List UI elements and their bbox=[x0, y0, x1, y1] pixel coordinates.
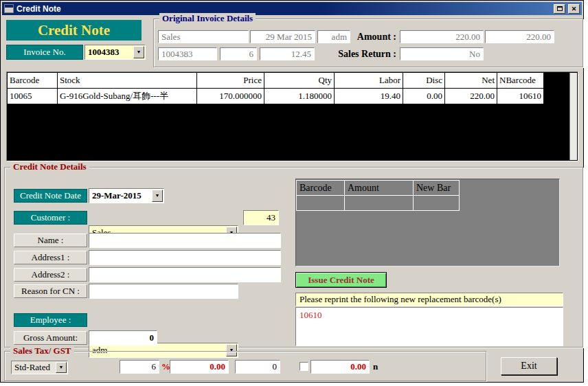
orig-qty-field: 6 bbox=[220, 47, 257, 60]
chevron-down-icon[interactable]: ▼ bbox=[56, 362, 67, 373]
new-barcode-value: 10610 bbox=[299, 310, 322, 320]
tax-type-combobox[interactable]: Std-Rated ▼ bbox=[11, 361, 68, 374]
items-grid-scrollbar[interactable] bbox=[569, 73, 577, 160]
customer-code-field[interactable]: 43 bbox=[243, 210, 279, 225]
replacement-grid-header-row: Barcode Amount New Bar bbox=[297, 180, 460, 196]
window-title: Credit Note bbox=[16, 4, 551, 14]
rep-cell-barcode[interactable] bbox=[296, 195, 345, 211]
credit-note-window: Credit Note ✕ Credit Note Invoice No. 10… bbox=[0, 0, 584, 383]
cell-qty[interactable]: 1.180000 bbox=[264, 89, 334, 104]
sales-return-label: Sales Return : bbox=[326, 47, 396, 60]
col-header-labor[interactable]: Labor bbox=[335, 73, 403, 88]
sales-tax-title: Sales Tax/ GST bbox=[10, 345, 74, 356]
issue-credit-note-button[interactable]: Issue Credit Note bbox=[295, 272, 387, 288]
rep-cell-newbar[interactable] bbox=[413, 195, 460, 211]
screen: { "window": { "title": "Credit Note" }, … bbox=[0, 0, 588, 386]
invoice-no-value: 1004383 bbox=[88, 47, 120, 58]
exit-button[interactable]: Exit bbox=[501, 357, 557, 375]
rep-cell-amount[interactable] bbox=[344, 195, 414, 211]
credit-note-banner: Credit Note bbox=[6, 20, 142, 41]
tax-rate-field[interactable]: 6 bbox=[120, 360, 159, 374]
original-invoice-frame: Original Invoice Details Sales 29 Mar 20… bbox=[153, 19, 583, 67]
titlebar: Credit Note ✕ bbox=[2, 2, 582, 15]
cell-price[interactable]: 170.000000 bbox=[197, 89, 264, 104]
close-icon: ✕ bbox=[572, 5, 577, 12]
name-input[interactable] bbox=[89, 233, 281, 248]
col-header-disc[interactable]: Disc bbox=[403, 73, 444, 88]
chevron-down-icon[interactable]: ▼ bbox=[152, 190, 163, 202]
orig-amount-field: 220.00 bbox=[400, 30, 484, 43]
invoice-no-label: Invoice No. bbox=[6, 45, 83, 60]
new-barcode-listbox[interactable]: 10610 bbox=[295, 307, 563, 346]
reason-input[interactable] bbox=[89, 284, 238, 299]
employee-label: Employee : bbox=[14, 313, 87, 327]
tax-type-value: Std-Rated bbox=[14, 362, 50, 373]
credit-note-details-title: Credit Note Details bbox=[10, 161, 89, 172]
tax-amount2-field[interactable]: 0.00 bbox=[310, 360, 370, 374]
reason-label: Reason for CN : bbox=[14, 284, 87, 298]
col-header-stock[interactable]: Stock bbox=[58, 73, 196, 88]
reprint-message: Please reprint the following new replace… bbox=[295, 293, 563, 306]
rep-col-barcode[interactable]: Barcode bbox=[296, 180, 345, 196]
items-grid-header-row: Barcode Stock Price Qty Labor Disc Net N… bbox=[8, 73, 569, 88]
col-header-qty[interactable]: Qty bbox=[264, 73, 334, 88]
rep-col-newbar[interactable]: New Bar bbox=[413, 180, 460, 196]
tax-checkbox[interactable] bbox=[299, 362, 308, 371]
replacement-grid-empty-row[interactable] bbox=[297, 195, 460, 211]
cell-disc[interactable]: 0.00 bbox=[403, 89, 444, 104]
cn-date-value: 29-Mar-2015 bbox=[92, 190, 142, 201]
cell-labor[interactable]: 19.40 bbox=[335, 89, 403, 104]
gross-amount-field[interactable]: 0 bbox=[89, 330, 157, 345]
address2-input[interactable] bbox=[89, 267, 281, 282]
cn-date-label: Credit Note Date bbox=[14, 189, 87, 203]
amount-label: Amount : bbox=[339, 30, 396, 43]
name-label: Name : bbox=[14, 234, 87, 247]
banner-text: Credit Note bbox=[38, 22, 110, 39]
address2-label: Address2 : bbox=[14, 268, 87, 282]
cell-barcode[interactable]: 10065 bbox=[8, 89, 57, 104]
col-header-barcode[interactable]: Barcode bbox=[8, 73, 57, 88]
orig-amount2-field: 220.00 bbox=[485, 30, 554, 43]
invoice-no-combobox[interactable]: 1004383 ▼ bbox=[84, 45, 146, 60]
gross-amount-label: Gross Amount: bbox=[14, 331, 87, 345]
replacement-grid[interactable]: Barcode Amount New Bar bbox=[295, 179, 560, 266]
rep-col-amount[interactable]: Amount bbox=[344, 180, 414, 196]
original-invoice-frame-title: Original Invoice Details bbox=[159, 13, 256, 24]
app-icon bbox=[4, 4, 14, 13]
tax-qty-field[interactable]: 0 bbox=[235, 360, 280, 374]
customer-label: Customer : bbox=[14, 211, 87, 225]
orig-time-field: 12.45 bbox=[260, 47, 315, 60]
items-grid[interactable]: Barcode Stock Price Qty Labor Disc Net N… bbox=[6, 71, 578, 161]
maximize-button[interactable] bbox=[554, 4, 565, 14]
maximize-icon bbox=[557, 6, 563, 11]
close-button[interactable]: ✕ bbox=[568, 4, 580, 14]
truncated-suffix-label: n bbox=[373, 361, 378, 372]
sales-return-field: No bbox=[400, 47, 484, 60]
col-header-price[interactable]: Price bbox=[197, 73, 264, 88]
sales-tax-frame: Sales Tax/ GST Std-Rated ▼ 6 % 0.00 0 0.… bbox=[4, 351, 486, 381]
orig-date-field: 29 Mar 2015 bbox=[250, 30, 315, 43]
items-grid-data-row[interactable]: 10065 G-916Gold-Subang/耳飾---半 170.000000… bbox=[8, 89, 569, 104]
cn-date-combobox[interactable]: 29-Mar-2015 ▼ bbox=[89, 188, 164, 203]
col-header-nbarcode[interactable]: NBarcode bbox=[497, 73, 543, 88]
address1-label: Address1 : bbox=[14, 251, 87, 264]
orig-customer-field: Sales bbox=[158, 30, 249, 43]
credit-note-details-frame: Credit Note Details Credit Note Date 29-… bbox=[4, 167, 583, 348]
col-header-net[interactable]: Net bbox=[445, 73, 497, 88]
address1-input[interactable] bbox=[89, 250, 281, 265]
chevron-down-icon[interactable]: ▼ bbox=[133, 46, 144, 58]
cell-nbarcode[interactable]: 10610 bbox=[497, 89, 543, 104]
cell-stock[interactable]: G-916Gold-Subang/耳飾---半 bbox=[58, 89, 196, 104]
orig-invoice-no-field: 1004383 bbox=[158, 47, 217, 60]
cell-net[interactable]: 220.00 bbox=[445, 89, 497, 104]
tax-amount-field[interactable]: 0.00 bbox=[170, 360, 229, 374]
